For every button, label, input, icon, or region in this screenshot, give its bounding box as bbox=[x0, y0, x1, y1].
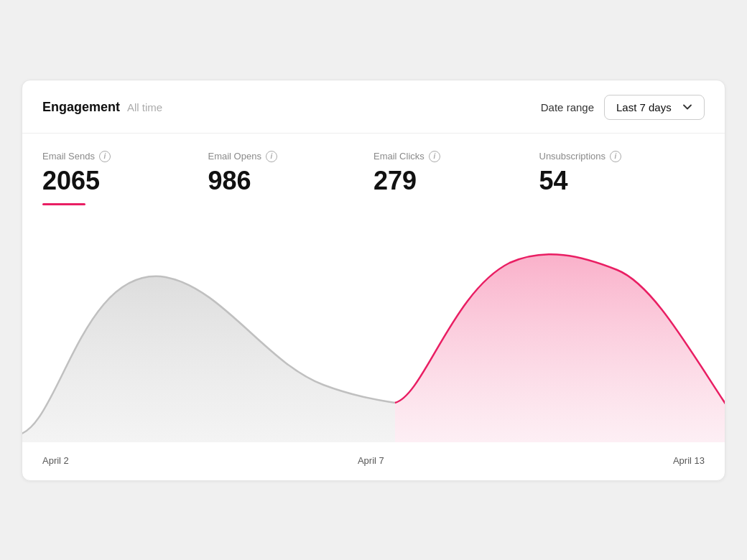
date-range-dropdown[interactable]: Last 7 days bbox=[604, 95, 705, 120]
info-icon-unsub[interactable]: i bbox=[610, 151, 621, 162]
metric-value-clicks: 279 bbox=[374, 168, 539, 194]
metric-email-clicks[interactable]: Email Clicks i 279 bbox=[374, 151, 539, 205]
gray-area-fill bbox=[22, 276, 395, 442]
info-icon-sends[interactable]: i bbox=[99, 151, 111, 162]
header-left: Engagement All time bbox=[42, 100, 162, 115]
header-right: Date range Last 7 days bbox=[541, 95, 705, 120]
metrics-row: Email Sends i 2065 Email Opens i 986 Ema… bbox=[22, 134, 725, 205]
metric-value-opens: 986 bbox=[208, 168, 374, 194]
metric-unsubscriptions[interactable]: Unsubscriptions i 54 bbox=[539, 151, 705, 205]
pink-area-fill bbox=[395, 254, 725, 442]
card-title: Engagement bbox=[42, 100, 120, 115]
metric-value-unsub: 54 bbox=[539, 168, 705, 194]
metric-label-unsub: Unsubscriptions bbox=[539, 151, 606, 162]
card-subtitle: All time bbox=[127, 101, 162, 113]
metric-label-opens: Email Opens bbox=[208, 151, 261, 162]
x-axis-labels: April 2 April 7 April 13 bbox=[22, 449, 725, 480]
metric-label-row-sends: Email Sends i bbox=[42, 151, 208, 162]
metric-label-row-opens: Email Opens i bbox=[208, 151, 374, 162]
metric-label-row-clicks: Email Clicks i bbox=[374, 151, 539, 162]
metric-label-row-unsub: Unsubscriptions i bbox=[539, 151, 705, 162]
metric-label-clicks: Email Clicks bbox=[374, 151, 424, 162]
date-range-value: Last 7 days bbox=[616, 101, 672, 113]
date-range-label: Date range bbox=[541, 101, 594, 113]
chart-area bbox=[22, 205, 725, 449]
card-header: Engagement All time Date range Last 7 da… bbox=[22, 80, 725, 134]
metric-value-sends: 2065 bbox=[42, 168, 208, 194]
chevron-down-icon bbox=[682, 102, 692, 112]
engagement-card: Engagement All time Date range Last 7 da… bbox=[22, 80, 725, 481]
x-label-april7: April 7 bbox=[358, 455, 384, 466]
x-label-april2: April 2 bbox=[42, 455, 69, 466]
metric-label-sends: Email Sends bbox=[42, 151, 95, 162]
engagement-chart bbox=[22, 205, 725, 449]
metric-email-sends[interactable]: Email Sends i 2065 bbox=[42, 151, 208, 205]
metric-email-opens[interactable]: Email Opens i 986 bbox=[208, 151, 374, 205]
info-icon-clicks[interactable]: i bbox=[429, 151, 440, 162]
info-icon-opens[interactable]: i bbox=[266, 151, 277, 162]
x-label-april13: April 13 bbox=[673, 455, 705, 466]
